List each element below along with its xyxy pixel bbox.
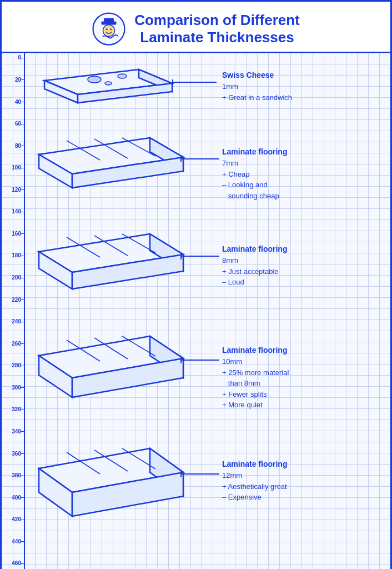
ruler-tick-20: 20 [2, 77, 24, 83]
label-swiss: Swiss Cheese 1mm + Great in a sandwich [222, 69, 322, 103]
label-7mm: Laminate flooring 7mm + Cheap – Looking … [222, 146, 333, 201]
tick-7mm [180, 155, 182, 162]
svg-point-10 [88, 76, 101, 83]
page-title: Comparison of Different Laminate Thickne… [134, 12, 300, 46]
label-12mm: Laminate flooring 12mm + Aesthetically g… [222, 458, 333, 503]
svg-point-11 [118, 74, 127, 78]
label-10mm: Laminate flooring 10mm + 25% more materi… [222, 345, 339, 411]
tick-10mm [180, 356, 182, 363]
floor-12mm-drawing [28, 436, 194, 528]
logo-icon [92, 12, 125, 46]
connector-swiss [172, 82, 217, 83]
ruler-tick-220: 220 [2, 297, 24, 303]
ruler-tick-340: 340 [2, 429, 24, 435]
ruler-tick-400: 400 [2, 495, 24, 501]
svg-point-5 [110, 28, 112, 30]
title-text: Comparison of Different Laminate Thickne… [134, 12, 300, 46]
tick-8mm [180, 252, 182, 259]
main-content: 0204060801001201401601802002202402602803… [2, 53, 390, 569]
floor-7mm-drawing [28, 129, 194, 202]
tick-12mm [180, 470, 182, 477]
ruler-tick-240: 240 [2, 319, 24, 325]
ruler-tick-280: 280 [2, 363, 24, 368]
ruler-tick-140: 140 [2, 209, 24, 214]
ruler-tick-40: 40 [2, 99, 24, 105]
svg-point-3 [103, 25, 115, 37]
svg-point-4 [106, 28, 108, 30]
floor-10mm-drawing [28, 325, 194, 411]
ruler-tick-300: 300 [2, 385, 24, 391]
connector-8mm [180, 256, 219, 257]
header: Comparison of Different Laminate Thickne… [2, 2, 390, 53]
ruler-tick-420: 420 [2, 517, 24, 522]
ruler-tick-360: 360 [2, 451, 24, 457]
svg-point-12 [105, 82, 112, 85]
ruler-tick-460: 460 [2, 561, 24, 566]
label-8mm: Laminate flooring 8mm + Just acceptable … [222, 243, 333, 288]
ruler-tick-180: 180 [2, 253, 24, 258]
connector-10mm [180, 360, 219, 361]
ruler-tick-0: 0 [2, 55, 24, 61]
ruler-tick-200: 200 [2, 275, 24, 281]
ruler-tick-60: 60 [2, 121, 24, 127]
svg-rect-2 [104, 18, 114, 23]
connector-7mm [180, 158, 219, 159]
ruler-tick-380: 380 [2, 473, 24, 478]
ruler-tick-320: 320 [2, 407, 24, 412]
tick-swiss [172, 79, 173, 85]
ruler-tick-80: 80 [2, 143, 24, 149]
floor-8mm-drawing [28, 224, 194, 302]
ruler: 0204060801001201401601802002202402602803… [2, 53, 25, 569]
ruler-tick-160: 160 [2, 231, 24, 237]
ruler-tick-260: 260 [2, 341, 24, 347]
ruler-tick-440: 440 [2, 539, 24, 545]
cheese-drawing [28, 64, 183, 114]
diagram-area: Swiss Cheese 1mm + Great in a sandwich [25, 53, 390, 569]
connector-12mm [180, 473, 219, 475]
ruler-tick-100: 100 [2, 165, 24, 171]
ruler-tick-120: 120 [2, 187, 24, 193]
